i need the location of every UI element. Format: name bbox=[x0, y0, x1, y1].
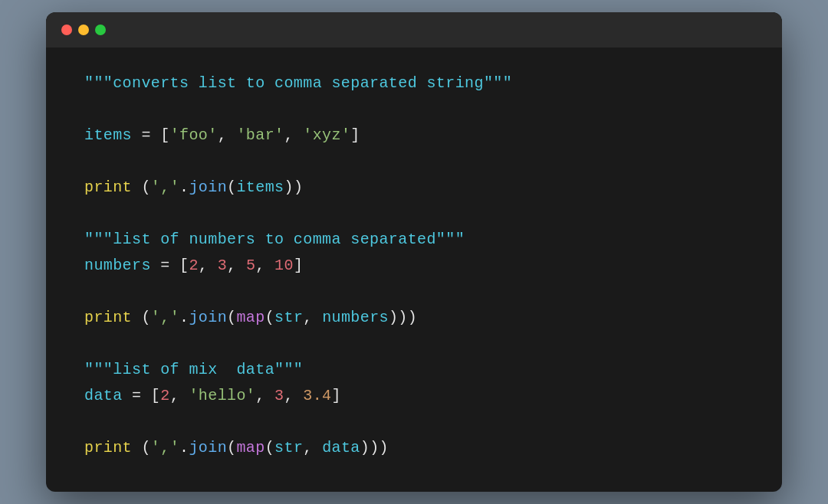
dot-join1: . bbox=[179, 178, 189, 196]
paren1-open: ( bbox=[141, 178, 150, 196]
docstring3-text: """list of mix data""" bbox=[84, 361, 303, 378]
blank-line-1 bbox=[84, 97, 744, 123]
bracket-close2: ] bbox=[294, 257, 303, 274]
join-method2: join bbox=[189, 309, 227, 326]
print-kw1: print bbox=[84, 178, 141, 196]
num-2a: 2 bbox=[189, 257, 198, 274]
str-bar: 'bar' bbox=[236, 126, 284, 144]
str-xyz: 'xyz' bbox=[303, 126, 350, 144]
blank-line-3 bbox=[84, 201, 744, 227]
blank-line-5 bbox=[84, 331, 744, 357]
join-args1: ( bbox=[227, 178, 236, 196]
title-bar bbox=[46, 12, 782, 47]
bracket-close: ] bbox=[350, 126, 360, 144]
comma9: , bbox=[284, 387, 303, 404]
var-numbers: numbers bbox=[84, 257, 151, 274]
str-hello: 'hello' bbox=[189, 387, 255, 404]
code-line-data: data = [2, 'hello', 3, 3.4] bbox=[84, 383, 744, 409]
paren3-close: ))) bbox=[360, 439, 389, 457]
join-method1: join bbox=[189, 178, 227, 196]
code-window: """converts list to comma separated stri… bbox=[46, 12, 782, 492]
minimize-button[interactable] bbox=[78, 25, 89, 35]
dot-join2: . bbox=[179, 309, 189, 326]
code-line-items: items = ['foo', 'bar', 'xyz'] bbox=[84, 123, 744, 149]
num-3a: 3 bbox=[218, 257, 227, 274]
str-fn2: str bbox=[274, 439, 303, 457]
comma2: , bbox=[284, 126, 303, 144]
paren2-open: ( bbox=[141, 309, 150, 326]
bracket-close3: ] bbox=[332, 387, 341, 404]
items-ref1: items bbox=[236, 178, 284, 196]
num-5: 5 bbox=[246, 257, 255, 274]
num-2b: 2 bbox=[160, 387, 169, 404]
map-fn2: map bbox=[236, 439, 264, 457]
print-kw3: print bbox=[84, 439, 141, 457]
comma7: , bbox=[170, 387, 189, 404]
join-str3: ',' bbox=[151, 439, 179, 457]
code-line-numbers: numbers = [2, 3, 5, 10] bbox=[84, 253, 744, 279]
code-line-docstring1: """converts list to comma separated stri… bbox=[84, 70, 744, 97]
join-method3: join bbox=[189, 439, 227, 457]
comma6: , bbox=[303, 309, 322, 326]
maximize-button[interactable] bbox=[95, 25, 106, 35]
blank-line-2 bbox=[84, 149, 744, 175]
var-items: items bbox=[84, 126, 132, 144]
var-data: data bbox=[84, 387, 123, 404]
dot-join3: . bbox=[179, 439, 189, 457]
map-fn: map bbox=[236, 309, 264, 326]
str-fn1: str bbox=[274, 309, 303, 326]
comma1: , bbox=[218, 126, 237, 144]
map-paren-open: ( bbox=[265, 309, 274, 326]
map-paren-open2: ( bbox=[265, 439, 274, 457]
join-str1: ',' bbox=[151, 178, 179, 196]
join-str2: ',' bbox=[151, 309, 179, 326]
equals2: = [ bbox=[151, 257, 189, 274]
comma4: , bbox=[227, 257, 246, 274]
num-10: 10 bbox=[274, 257, 294, 274]
print-kw2: print bbox=[84, 309, 141, 326]
blank-line-4 bbox=[84, 279, 744, 305]
map-open: ( bbox=[227, 309, 236, 326]
docstring-text: """converts list to comma separated stri… bbox=[84, 74, 512, 92]
code-line-print1: print (','.join(items)) bbox=[84, 175, 744, 201]
numbers-ref: numbers bbox=[322, 309, 389, 326]
data-ref: data bbox=[322, 439, 360, 457]
equals3: = [ bbox=[123, 387, 161, 404]
blank-line-6 bbox=[84, 409, 744, 435]
num-3-4: 3.4 bbox=[303, 387, 331, 404]
str-foo: 'foo' bbox=[170, 126, 218, 144]
code-line-docstring3: """list of mix data""" bbox=[84, 357, 744, 383]
docstring2-text: """list of numbers to comma separated""" bbox=[84, 231, 465, 248]
comma3: , bbox=[199, 257, 218, 274]
map-open2: ( bbox=[227, 439, 236, 457]
code-line-print2: print (','.join(map(str, numbers))) bbox=[84, 305, 744, 331]
paren2-close: ))) bbox=[389, 309, 417, 326]
code-line-docstring2: """list of numbers to comma separated""" bbox=[84, 227, 744, 253]
comma8: , bbox=[255, 387, 274, 404]
close-button[interactable] bbox=[61, 25, 72, 35]
paren3-open: ( bbox=[141, 439, 150, 457]
paren1-close: )) bbox=[284, 178, 303, 196]
comma5: , bbox=[255, 257, 274, 274]
code-line-print3: print (','.join(map(str, data))) bbox=[84, 435, 744, 461]
equals: = [ bbox=[132, 126, 170, 144]
num-3b: 3 bbox=[274, 387, 284, 404]
code-editor: """converts list to comma separated stri… bbox=[46, 47, 782, 492]
comma10: , bbox=[303, 439, 322, 457]
